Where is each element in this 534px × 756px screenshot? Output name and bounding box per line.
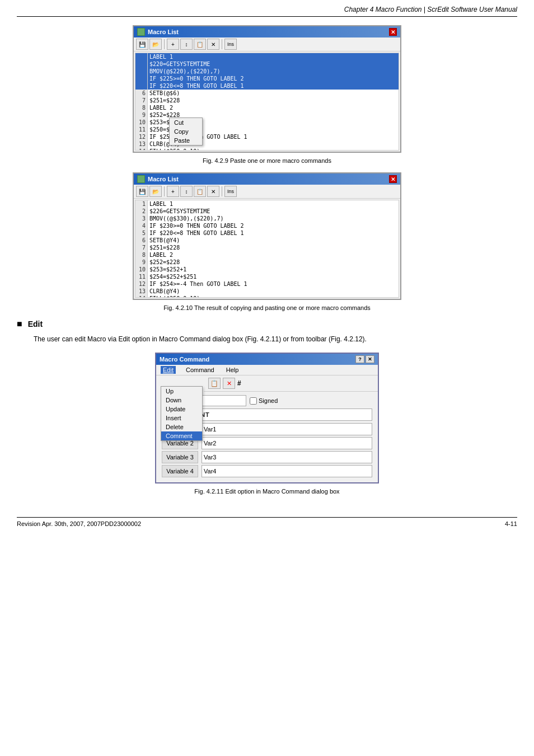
macro-line[interactable]: 14FILL($250,0,10)	[135, 295, 399, 298]
macro-line[interactable]: 8LABEL 2	[135, 251, 399, 259]
tb-add[interactable]: +	[167, 39, 179, 50]
line-code: LABEL 2	[148, 251, 399, 259]
mc-tb-copy[interactable]: 📋	[208, 378, 221, 389]
tb-copy[interactable]: 📋	[194, 39, 206, 50]
macro-line[interactable]: 2$226=GETSYSTEMTIME	[135, 208, 399, 215]
tb2-open[interactable]: 📂	[149, 186, 162, 197]
word-input[interactable]	[202, 395, 246, 406]
section-heading-edit: ■ Edit	[17, 320, 517, 328]
context-cut[interactable]: Cut	[170, 118, 202, 127]
page-footer: Revision Apr. 30th, 2007, 2007PDD2300000…	[17, 517, 517, 527]
line-code: CLRB(@Y4)	[148, 288, 399, 295]
line-number	[135, 75, 148, 82]
line-code: $251=$228	[148, 244, 399, 251]
tb2-move[interactable]: ↕	[180, 186, 193, 197]
macro-line[interactable]: 5IF $220<=8 THEN GOTO LABEL 1	[135, 229, 399, 237]
macro-line[interactable]: 12IF $254>=-4 Then GOTO LABEL 1	[135, 280, 399, 288]
dd-update[interactable]: Update	[161, 405, 202, 414]
macro-line[interactable]: 7$251=$228	[135, 97, 399, 104]
var-input[interactable]	[202, 423, 372, 435]
macro-line[interactable]: $220=GETSYSTEMTIME	[135, 60, 399, 68]
macro-list-content-2: 1LABEL 12$226=GETSYSTEMTIME3BMOV((@$330)…	[135, 200, 399, 298]
menu-command[interactable]: Command	[184, 366, 216, 374]
macro-line[interactable]: LABEL 1	[135, 53, 399, 60]
line-number: 10	[135, 119, 148, 126]
window-icon-1	[137, 28, 145, 36]
tb2-copy[interactable]: 📋	[194, 186, 206, 197]
macro-line[interactable]: BMOV(@$220),($220),7)	[135, 68, 399, 75]
macro-line[interactable]: 11$254=$252+$251	[135, 273, 399, 280]
macro-line[interactable]: 7$251=$228	[135, 244, 399, 251]
macro-cmd-titlebar: Macro Command ? ✕	[156, 354, 378, 365]
macro-line[interactable]: IF $225>=0 THEN GOTO LABEL 2	[135, 75, 399, 82]
line-code: $253=$252+1	[148, 266, 399, 273]
close-button-1[interactable]: ✕	[389, 28, 397, 36]
line-code: $226=GETSYSTEMTIME	[148, 208, 399, 215]
help-button[interactable]: ?	[355, 355, 364, 363]
macro-line[interactable]: 8LABEL 2	[135, 104, 399, 111]
tb-open[interactable]: 📂	[149, 39, 162, 50]
dd-insert[interactable]: Insert	[161, 414, 202, 422]
macro-line[interactable]: 3BMOV((@$330),($220),7)	[135, 215, 399, 222]
line-code: LABEL 1	[148, 200, 399, 208]
mc-tb-delete[interactable]: ✕	[223, 378, 235, 389]
close-button-2[interactable]: ✕	[389, 175, 397, 183]
window-titlebar-1: Macro List ✕	[134, 26, 400, 37]
macro-list-window-1: Macro List ✕ 💾 📂 + ↕ 📋 ✕ Ins LABEL 1$220…	[133, 25, 401, 153]
section-bullet: ■	[17, 320, 22, 328]
close-button-3[interactable]: ✕	[366, 355, 374, 363]
line-code: $251=$228	[148, 97, 399, 104]
macro-line[interactable]: 6SETB(@$6)	[135, 90, 399, 97]
tb2-save[interactable]: 💾	[136, 186, 148, 197]
macro-line[interactable]: 9$252=$228	[135, 259, 399, 266]
toolbar-2: 💾 📂 + ↕ 📋 ✕ Ins	[134, 185, 400, 199]
line-number: 13	[135, 140, 148, 148]
footer-right: 4-11	[505, 520, 517, 527]
dd-up[interactable]: Up	[161, 387, 202, 396]
line-number: 11	[135, 126, 148, 133]
tb-delete[interactable]: ✕	[207, 39, 219, 50]
macro-line[interactable]: 4IF $230>=0 THEN GOTO LABEL 2	[135, 222, 399, 229]
menu-edit[interactable]: Edit	[161, 366, 176, 374]
line-number: 9	[135, 111, 148, 119]
line-code: IF $230>=0 THEN GOTO LABEL 2	[148, 222, 399, 229]
footer-left: Revision Apr. 30th, 2007, 2007PDD2300000…	[17, 520, 141, 527]
menu-help[interactable]: Help	[224, 366, 241, 374]
tb2-add[interactable]: +	[167, 186, 179, 197]
tb2-ins[interactable]: Ins	[224, 186, 237, 197]
line-code: SETB(@Y4)	[148, 237, 399, 244]
var-input[interactable]	[202, 451, 372, 463]
line-number: 3	[135, 215, 148, 222]
tb-save[interactable]: 💾	[136, 39, 148, 50]
titlebar-btns: ? ✕	[355, 355, 374, 363]
dd-comment[interactable]: Comment	[161, 431, 202, 440]
macro-line[interactable]: 1LABEL 1	[135, 200, 399, 208]
var-input[interactable]	[202, 437, 372, 449]
context-menu-1: Cut Copy Paste	[169, 118, 203, 145]
page-header: Chapter 4 Macro Function | ScrEdit Softw…	[17, 6, 517, 17]
macro-line[interactable]: 6SETB(@Y4)	[135, 237, 399, 244]
macro-list-content-1: LABEL 1$220=GETSYSTEMTIMEBMOV(@$220),($2…	[135, 53, 399, 151]
section-body: The user can edit Macro via Edit option …	[34, 334, 517, 344]
line-code: $252=$228	[148, 259, 399, 266]
signed-text: Signed	[259, 397, 278, 404]
context-paste[interactable]: Paste	[170, 136, 202, 145]
macro-line[interactable]: 10$253=$252+1	[135, 266, 399, 273]
signed-checkbox[interactable]	[250, 397, 257, 405]
fig-caption-3: Fig. 4.2.11 Edit option in Macro Command…	[17, 488, 517, 495]
dd-down[interactable]: Down	[161, 396, 202, 405]
tb-ins[interactable]: Ins	[224, 39, 237, 50]
var-input[interactable]	[202, 465, 372, 477]
tb2-delete[interactable]: ✕	[207, 186, 219, 197]
line-number: 9	[135, 259, 148, 266]
line-code: IF $225>=0 THEN GOTO LABEL 2	[148, 75, 399, 82]
macro-line[interactable]: IF $220<=8 THEN GOTO LABEL 1	[135, 82, 399, 90]
context-copy[interactable]: Copy	[170, 127, 202, 136]
tb-move[interactable]: ↕	[180, 39, 193, 50]
var-row: Variable 4	[162, 465, 372, 477]
macro-line[interactable]: 13CLRB(@Y4)	[135, 288, 399, 295]
macro-line[interactable]: 14FILL($250,0,10)	[135, 148, 399, 151]
fig-caption-2: Fig. 4.2.10 The result of copying and pa…	[17, 304, 517, 311]
window-icon-2	[137, 175, 145, 183]
dd-delete[interactable]: Delete	[161, 422, 202, 431]
